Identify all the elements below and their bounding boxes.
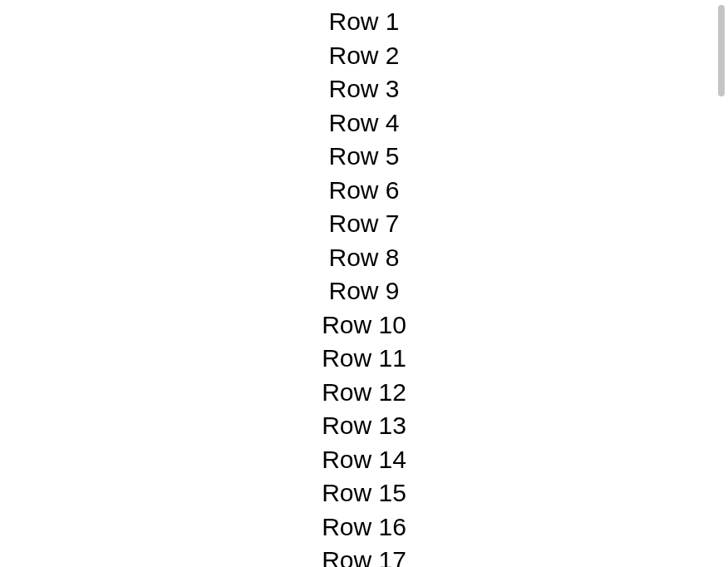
list-item: Row 8 [328,241,399,275]
list-item: Row 3 [328,72,399,106]
list-item: Row 16 [322,510,406,545]
list-item: Row 14 [322,443,406,477]
list-item: Row 17 [322,544,406,567]
list-item: Row 4 [328,106,399,141]
scrollbar-track[interactable] [718,5,725,562]
list-item: Row 15 [322,476,406,510]
list-item: Row 9 [328,274,399,308]
list-item: Row 6 [328,174,399,208]
list-item: Row 1 [328,5,399,39]
list-item: Row 7 [328,207,399,241]
list-item: Row 12 [322,376,406,410]
list-item: Row 13 [322,409,406,443]
list-item: Row 10 [322,308,406,343]
row-list-container[interactable]: Row 1 Row 2 Row 3 Row 4 Row 5 Row 6 Row … [0,0,728,567]
list-item: Row 11 [322,342,406,376]
list-item: Row 5 [328,140,399,174]
scrollbar-thumb[interactable] [718,5,725,96]
list-item: Row 2 [328,39,399,73]
